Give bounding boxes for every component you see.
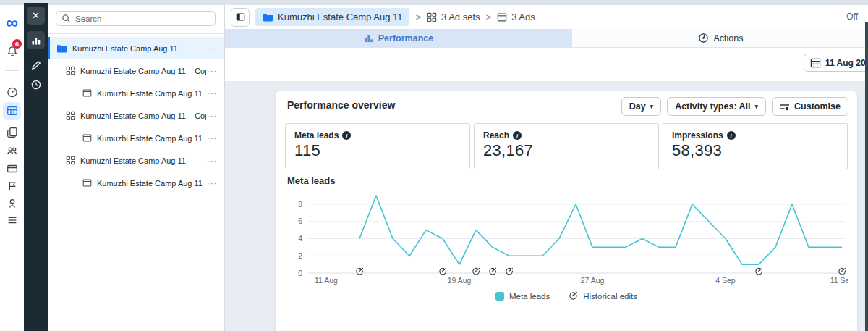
activity-types-label: Activity types: All xyxy=(675,101,750,112)
legend-meta-leads: Meta leads xyxy=(495,292,550,301)
folder-icon xyxy=(56,43,67,53)
tree-row[interactable]: Kumuzhi Estate Camp Aug 11 – Copy ··· xyxy=(48,104,224,127)
off-status-label: Off xyxy=(846,12,858,22)
svg-text:11 Aug: 11 Aug xyxy=(315,276,338,285)
tab-bar: Performance Actions xyxy=(225,29,868,48)
historical-edit-marker xyxy=(355,267,364,276)
tool-performance-charts[interactable] xyxy=(27,31,45,49)
sidebar-item-all-tools[interactable] xyxy=(0,211,24,230)
performance-bars-icon xyxy=(364,33,373,43)
tree-row[interactable]: Kumuzhi Estate Camp Aug 11 ··· xyxy=(48,37,224,59)
flag-icon xyxy=(6,180,19,193)
day-dropdown-label: Day xyxy=(629,101,646,112)
historical-edit-marker xyxy=(754,267,763,276)
tool-edit[interactable] xyxy=(27,56,45,74)
tree-row[interactable]: Kumuzhi Estate Camp Aug 11 ··· xyxy=(48,127,224,149)
search-icon xyxy=(61,14,71,23)
row-overflow-menu[interactable]: ··· xyxy=(207,134,217,143)
top-strip xyxy=(0,0,868,5)
collapse-tree-button[interactable] xyxy=(231,8,250,27)
content-area: Performance overview Day ▾ Activity type… xyxy=(225,81,868,331)
meta-logo[interactable]: ∞ xyxy=(0,13,24,32)
actions-gauge-icon xyxy=(698,33,709,43)
meta-infinity-icon: ∞ xyxy=(6,14,17,31)
breadcrumb-adsets[interactable]: 3 Ad sets xyxy=(427,12,480,22)
sidebar-item-campaigns[interactable] xyxy=(0,101,24,120)
tab-actions[interactable]: Actions xyxy=(572,29,868,47)
metric-sub: -- xyxy=(294,162,461,170)
search-input[interactable] xyxy=(75,14,210,23)
metric-card: Reach i 23,167 -- xyxy=(474,123,659,169)
metric-card: Impressions i 58,393 -- xyxy=(663,123,848,169)
date-range-button[interactable]: 11 Aug 2025 - 1 xyxy=(804,54,868,72)
row-overflow-menu[interactable]: ··· xyxy=(207,44,217,53)
tab-performance[interactable]: Performance xyxy=(225,29,572,47)
sidebar-item-audiences[interactable] xyxy=(0,141,24,160)
metric-card: Meta leads i 115 -- xyxy=(285,123,470,169)
metric-sub: -- xyxy=(483,162,650,170)
person-links-icon xyxy=(6,197,19,210)
date-range-label: 11 Aug 2025 - 1 xyxy=(825,58,868,68)
notifications-button[interactable]: 6 xyxy=(0,42,24,61)
day-dropdown[interactable]: Day ▾ xyxy=(621,97,661,116)
legend-historical-edits: Historical edits xyxy=(569,291,637,301)
gauge-icon xyxy=(6,85,19,99)
sidebar-item-pages[interactable] xyxy=(0,123,24,142)
row-overflow-menu[interactable]: ··· xyxy=(207,67,217,75)
dark-tool-panel: ✕ › xyxy=(24,3,48,331)
historical-edit-marker xyxy=(488,267,497,276)
tab-actions-label: Actions xyxy=(714,33,744,43)
card-controls: Day ▾ Activity types: All ▾ Customise xyxy=(621,97,848,116)
row-overflow-menu[interactable]: ··· xyxy=(207,89,217,98)
tree-divider xyxy=(48,33,224,34)
notification-badge: 6 xyxy=(12,39,22,49)
tree-row-label: Kumuzhi Estate Camp Aug 11 xyxy=(80,156,186,165)
metric-label: Reach xyxy=(483,130,509,141)
metrics-row: Meta leads i 115 -- Reach i 23,167 -- Im… xyxy=(285,123,848,169)
performance-overview-card: Performance overview Day ▾ Activity type… xyxy=(276,91,857,331)
historical-edit-marker xyxy=(505,267,514,276)
row-overflow-menu[interactable]: ··· xyxy=(207,112,217,120)
tree-row[interactable]: Kumuzhi Estate Camp Aug 11 ··· xyxy=(48,149,224,172)
row-overflow-menu[interactable]: ··· xyxy=(207,156,217,165)
info-icon[interactable]: i xyxy=(513,131,522,140)
row-overflow-menu[interactable]: ··· xyxy=(207,179,217,188)
sidebar-item-ads-manager[interactable] xyxy=(0,83,24,101)
info-icon[interactable]: i xyxy=(727,131,736,140)
close-panel-button[interactable]: ✕ xyxy=(27,7,45,25)
meta-leads-chart: 0246811 Aug19 Aug27 Aug4 Sep11 Sep xyxy=(286,186,848,288)
svg-text:27 Aug: 27 Aug xyxy=(581,276,605,285)
activity-types-dropdown[interactable]: Activity types: All ▾ xyxy=(667,97,766,116)
sidebar-item-boost[interactable] xyxy=(0,177,24,196)
chevron-down-icon: ▾ xyxy=(755,103,759,110)
tool-history[interactable] xyxy=(27,75,45,93)
tree-row[interactable]: Kumuzhi Estate Camp Aug 11 ··· xyxy=(48,172,224,194)
people-icon xyxy=(6,144,19,157)
metric-value: 23,167 xyxy=(483,141,650,160)
breadcrumb-separator: > xyxy=(486,12,492,22)
ad-frame-icon xyxy=(497,12,507,22)
info-icon[interactable]: i xyxy=(342,131,351,140)
breadcrumb-ads[interactable]: 3 Ads xyxy=(497,12,535,22)
breadcrumb: Kumuzhi Estate Camp Aug 11 > 3 Ad sets >… xyxy=(225,5,868,29)
tree-row[interactable]: Kumuzhi Estate Camp Aug 11 – Copy ··· xyxy=(48,59,224,82)
svg-text:0: 0 xyxy=(298,269,302,277)
sidebar-item-billing[interactable] xyxy=(0,159,24,178)
tree-row-label: Kumuzhi Estate Camp Aug 11 xyxy=(97,179,203,188)
tree-row[interactable]: Kumuzhi Estate Camp Aug 11 ··· xyxy=(48,82,224,104)
clock-icon xyxy=(30,79,42,91)
left-icon-rail: ∞ 6 xyxy=(0,5,24,331)
metric-sub: -- xyxy=(672,162,838,170)
historical-edit-marker xyxy=(472,267,480,276)
chart-title: Meta leads xyxy=(287,175,335,186)
campaigns-table-icon xyxy=(6,104,19,117)
svg-text:4 Sep: 4 Sep xyxy=(715,276,736,285)
historical-edit-icon xyxy=(569,291,578,301)
customise-button[interactable]: Customise xyxy=(772,97,848,116)
panel-toggle-icon xyxy=(235,12,246,22)
credit-card-icon xyxy=(6,162,19,175)
tree-search[interactable] xyxy=(56,11,216,26)
chevron-down-icon: ▾ xyxy=(650,103,654,110)
breadcrumb-campaign[interactable]: Kumuzhi Estate Camp Aug 11 xyxy=(255,8,409,26)
ads-manager-app: ∞ 6 xyxy=(0,0,868,331)
